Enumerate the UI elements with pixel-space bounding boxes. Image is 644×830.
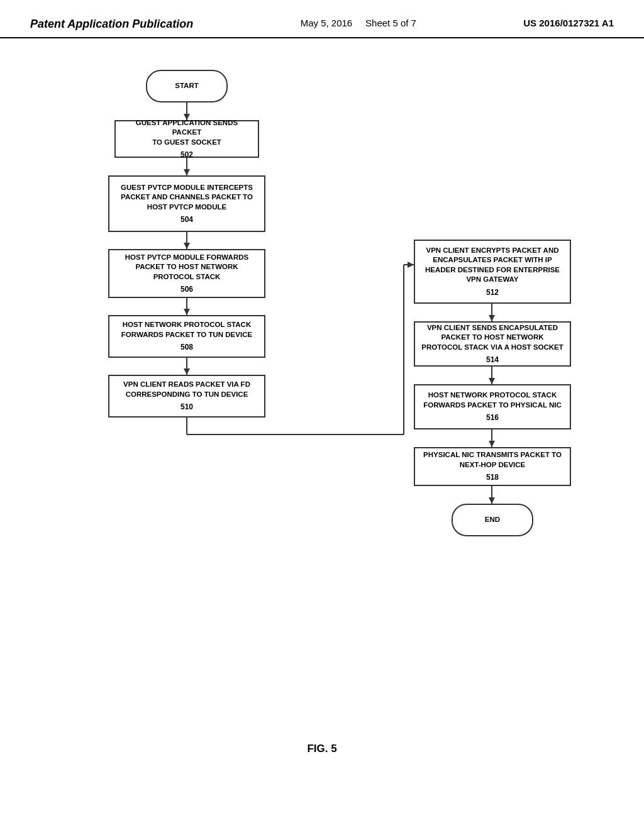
svg-marker-20 (489, 441, 495, 447)
page-header: Patent Application Publication May 5, 20… (0, 0, 644, 38)
node-516-label: HOST NETWORK PROTOCOL STACKFORWARDS PACK… (423, 390, 562, 410)
node-502-num: 502 (180, 150, 193, 160)
node-518-label: PHYSICAL NIC TRANSMITS PACKET TONEXT-HOP… (423, 450, 562, 470)
svg-marker-9 (184, 368, 190, 375)
svg-marker-7 (184, 309, 190, 315)
svg-marker-22 (489, 497, 495, 504)
node-514: VPN CLIENT SENDS ENCAPSULATEDPACKET TO H… (414, 321, 571, 367)
diagram-area: START GUEST APPLICATION SENDS PACKETTO G… (0, 38, 644, 736)
node-510: VPN CLIENT READS PACKET VIA FDCORRESPOND… (108, 375, 265, 418)
start-node: START (146, 70, 228, 102)
publication-title: Patent Application Publication (30, 18, 193, 31)
node-504-num: 504 (180, 214, 193, 224)
node-502: GUEST APPLICATION SENDS PACKETTO GUEST S… (114, 120, 259, 158)
node-512: VPN CLIENT ENCRYPTS PACKET ANDENCAPSULAT… (414, 240, 571, 304)
node-516: HOST NETWORK PROTOCOL STACKFORWARDS PACK… (414, 384, 571, 429)
node-510-num: 510 (180, 402, 193, 412)
node-518-num: 518 (486, 472, 499, 482)
node-502-label: GUEST APPLICATION SENDS PACKETTO GUEST S… (121, 118, 253, 148)
node-516-num: 516 (486, 412, 499, 423)
node-518: PHYSICAL NIC TRANSMITS PACKET TONEXT-HOP… (414, 447, 571, 486)
node-508-label: HOST NETWORK PROTOCOL STACKFORWARDS PACK… (121, 320, 252, 340)
node-506: HOST PVTCP MODULE FORWARDSPACKET TO HOST… (108, 249, 265, 298)
node-512-num: 512 (486, 287, 499, 297)
svg-marker-16 (489, 315, 495, 321)
node-508-num: 508 (180, 342, 193, 352)
svg-marker-14 (408, 262, 414, 268)
start-label: START (175, 81, 198, 91)
figure-caption: FIG. 5 (0, 736, 644, 768)
node-514-num: 514 (486, 355, 499, 365)
sheet-info: Sheet 5 of 7 (365, 18, 416, 28)
svg-marker-3 (184, 169, 190, 175)
node-508: HOST NETWORK PROTOCOL STACKFORWARDS PACK… (108, 315, 265, 358)
end-node: END (452, 504, 533, 536)
patent-number: US 2016/0127321 A1 (523, 18, 614, 28)
node-512-label: VPN CLIENT ENCRYPTS PACKET ANDENCAPSULAT… (425, 246, 560, 285)
header-center: May 5, 2016 Sheet 5 of 7 (301, 18, 416, 28)
svg-marker-5 (184, 243, 190, 249)
node-504: GUEST PVTCP MODULE INTERCEPTSPACKET AND … (108, 175, 265, 232)
node-510-label: VPN CLIENT READS PACKET VIA FDCORRESPOND… (123, 380, 250, 399)
node-504-label: GUEST PVTCP MODULE INTERCEPTSPACKET AND … (121, 183, 253, 213)
publication-date: May 5, 2016 (301, 18, 353, 28)
flowchart: START GUEST APPLICATION SENDS PACKETTO G… (64, 64, 580, 724)
node-506-num: 506 (180, 284, 193, 294)
svg-marker-18 (489, 378, 495, 384)
node-514-label: VPN CLIENT SENDS ENCAPSULATEDPACKET TO H… (421, 323, 564, 353)
node-506-label: HOST PVTCP MODULE FORWARDSPACKET TO HOST… (125, 253, 248, 282)
end-label: END (485, 515, 500, 525)
